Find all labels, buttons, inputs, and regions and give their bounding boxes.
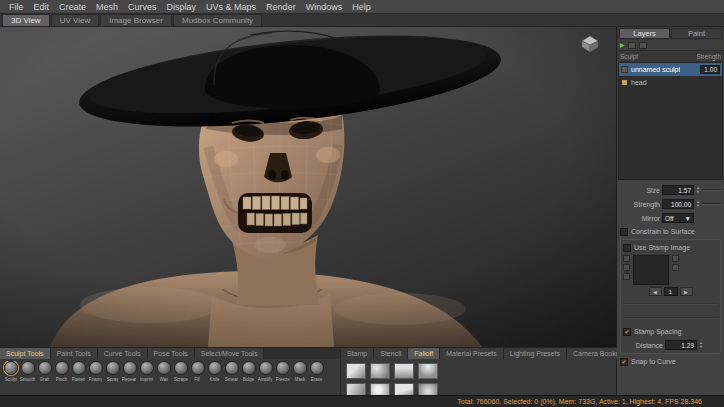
- sculpt-tools-row: Sculpt Smooth Grab Pinch Flatten Foamy S…: [0, 359, 340, 382]
- stamp-prev-button[interactable]: ◀: [649, 287, 662, 296]
- mesh-icon: [621, 79, 628, 86]
- falloff-preset-3[interactable]: [394, 363, 414, 379]
- tab-falloff[interactable]: Falloff: [408, 348, 440, 359]
- tab-mudbox-community[interactable]: Mudbox Community: [173, 14, 262, 26]
- scrape-tool-icon: [174, 361, 188, 375]
- stamp-spacing-row[interactable]: ✔ Stamp Spacing: [623, 326, 718, 337]
- tab-lighting-presets[interactable]: Lighting Presets: [504, 348, 567, 359]
- strength-spinner[interactable]: ▲▼: [696, 200, 700, 208]
- sculpt-tool-icon: [4, 361, 18, 375]
- menu-file[interactable]: File: [4, 2, 29, 12]
- use-stamp-image-row[interactable]: Use Stamp Image: [623, 242, 718, 253]
- tool-bulge[interactable]: Bulge: [240, 361, 257, 382]
- falloff-preset-1[interactable]: [346, 363, 366, 379]
- tab-sculpt-tools[interactable]: Sculpt Tools: [0, 348, 51, 359]
- imprint-tool-icon: [140, 361, 154, 375]
- stamp-option-icon-2[interactable]: [623, 264, 630, 271]
- stamp-spacing-checkbox[interactable]: ✔: [623, 328, 631, 336]
- constrain-checkbox[interactable]: [620, 228, 628, 236]
- tool-repeat[interactable]: Repeat: [121, 361, 138, 382]
- size-spinner[interactable]: ▲▼: [696, 186, 700, 194]
- layer-row-unnamed-sculpt[interactable]: unnamed sculpt 1.00: [619, 63, 722, 76]
- stamp-option-icon-5[interactable]: [672, 264, 679, 271]
- strength-slider[interactable]: [702, 203, 721, 205]
- menu-curves[interactable]: Curves: [123, 2, 162, 12]
- distance-spinner[interactable]: ▲▼: [699, 341, 703, 349]
- mirror-dropdown[interactable]: Off▼: [662, 213, 694, 223]
- snap-to-curve-checkbox[interactable]: ✔: [620, 358, 628, 366]
- stamp-option-icon-3[interactable]: [623, 273, 630, 280]
- pinch-tool-icon: [55, 361, 69, 375]
- tab-3d-view[interactable]: 3D View: [2, 14, 50, 26]
- menu-mesh[interactable]: Mesh: [91, 2, 123, 12]
- tool-flatten[interactable]: Flatten: [70, 361, 87, 382]
- tool-fill[interactable]: Fill: [189, 361, 206, 382]
- preset-tray-tabs: Stamp Stencil Falloff Material Presets L…: [341, 348, 642, 359]
- falloff-preset-2[interactable]: [370, 363, 390, 379]
- layer-row-head[interactable]: head: [619, 76, 722, 89]
- stamp-nav-row: ◀ 1 ▶: [623, 287, 718, 296]
- layer-options-button[interactable]: [639, 42, 647, 49]
- size-slider[interactable]: [702, 189, 721, 191]
- stamp-next-button[interactable]: ▶: [680, 287, 693, 296]
- tab-stencil[interactable]: Stencil: [374, 348, 408, 359]
- tab-material-presets[interactable]: Material Presets: [440, 348, 504, 359]
- tool-grab[interactable]: Grab: [36, 361, 53, 382]
- tool-imprint[interactable]: Imprint: [138, 361, 155, 382]
- new-layer-button[interactable]: [628, 42, 636, 49]
- menu-help[interactable]: Help: [347, 2, 376, 12]
- tool-smooth[interactable]: Smooth: [19, 361, 36, 382]
- snap-to-curve-row[interactable]: ✔ Snap to Curve: [620, 356, 721, 367]
- tab-pose-tools[interactable]: Pose Tools: [148, 348, 195, 359]
- tab-curve-tools[interactable]: Curve Tools: [98, 348, 148, 359]
- tab-stamp[interactable]: Stamp: [341, 348, 374, 359]
- tool-pinch[interactable]: Pinch: [53, 361, 70, 382]
- strength-input[interactable]: 100.00: [662, 199, 694, 209]
- layer-visibility-icon[interactable]: [621, 66, 628, 73]
- menu-windows[interactable]: Windows: [301, 2, 348, 12]
- tool-spray[interactable]: Spray: [104, 361, 121, 382]
- stamp-index-value[interactable]: 1: [664, 287, 678, 296]
- tool-foamy[interactable]: Foamy: [87, 361, 104, 382]
- menu-uvs-maps[interactable]: UVs & Maps: [201, 2, 261, 12]
- strength-label: Strength: [620, 201, 660, 208]
- viewport-3d[interactable]: [0, 27, 616, 347]
- use-stamp-checkbox[interactable]: [623, 244, 631, 252]
- bulge-tool-icon: [242, 361, 256, 375]
- falloff-preset-4[interactable]: [418, 363, 438, 379]
- chevron-down-icon: ▼: [685, 214, 691, 222]
- size-input[interactable]: 1.57: [662, 185, 694, 195]
- tab-paint[interactable]: Paint: [671, 28, 722, 39]
- layer-strength-value[interactable]: 1.00: [700, 65, 720, 74]
- menu-display[interactable]: Display: [162, 2, 202, 12]
- orientation-cube-gizmo[interactable]: [578, 33, 602, 53]
- tool-scrape[interactable]: Scrape: [172, 361, 189, 382]
- tool-mask[interactable]: Mask: [291, 361, 308, 382]
- tab-uv-view[interactable]: UV View: [51, 14, 100, 26]
- tool-wax[interactable]: Wax: [155, 361, 172, 382]
- layer-group-label[interactable]: Sculpt: [620, 53, 638, 60]
- repeat-tool-icon: [123, 361, 137, 375]
- tab-image-browser[interactable]: Image Browser: [100, 14, 172, 26]
- tool-smear[interactable]: Smear: [223, 361, 240, 382]
- tool-sculpt[interactable]: Sculpt: [2, 361, 19, 382]
- stamp-option-icon-4[interactable]: [672, 255, 679, 262]
- layer-list-header: Sculpt Strength: [617, 51, 724, 62]
- play-icon[interactable]: ▶: [620, 42, 625, 48]
- tool-knife[interactable]: Knife: [206, 361, 223, 382]
- stamp-preview-image[interactable]: [633, 255, 669, 285]
- tab-paint-tools[interactable]: Paint Tools: [51, 348, 98, 359]
- menu-create[interactable]: Create: [54, 2, 91, 12]
- tool-freeze[interactable]: Freeze: [274, 361, 291, 382]
- menu-edit[interactable]: Edit: [29, 2, 55, 12]
- menu-render[interactable]: Render: [261, 2, 301, 12]
- tab-layers[interactable]: Layers: [619, 28, 670, 39]
- tool-amplify[interactable]: Amplify: [257, 361, 274, 382]
- right-panel: Layers Paint ▶ Sculpt Strength unnamed s…: [617, 27, 724, 395]
- foamy-tool-icon: [89, 361, 103, 375]
- tab-select-move-tools[interactable]: Select/Move Tools: [195, 348, 265, 359]
- tool-erase[interactable]: Erase: [308, 361, 325, 382]
- distance-input[interactable]: 1.29: [665, 340, 697, 350]
- stamp-option-icon-1[interactable]: [623, 255, 630, 262]
- constrain-to-surface-row[interactable]: Constrain to Surface: [620, 226, 721, 237]
